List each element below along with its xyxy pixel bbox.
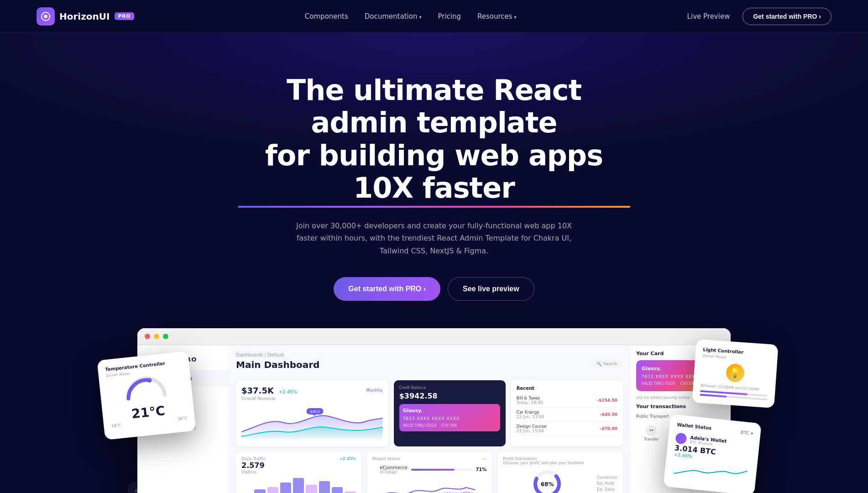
dashboard-bottom-row: Daily Traffic +2.45% 2.579 Visitors (236, 452, 623, 493)
transfer-action[interactable]: ↔ Transfer (644, 425, 659, 441)
dashboard-main: Dashboards / Default Main Dashboard 🔍 Se… (229, 345, 630, 493)
bulb-icon: 💡 (726, 363, 745, 383)
transfer-icon: ↔ (646, 425, 657, 436)
brand-name: HorizonUI (59, 11, 110, 22)
transaction-design: Design Course 21 Jun, 15:04 -$70.00 (517, 422, 617, 436)
get-started-hero-button[interactable]: Get started with PRO › (334, 277, 440, 301)
wallet-avatar (675, 432, 687, 444)
nav-right: Live Preview Get started with PRO › (687, 8, 831, 25)
nav-links: Components Documentation Pricing Resourc… (305, 12, 517, 21)
hero-headline-accent: for building web apps 10X faster (238, 139, 630, 205)
project-status-card: Project status ··· ⚙ eCommerce UI Design (367, 452, 492, 493)
transaction-car: Car Energy 23 Jun, 13:09 -$40.50 (517, 408, 617, 422)
profit-label: Profit Estimation (503, 456, 617, 461)
dashboard-topbar: Dashboards / Default Main Dashboard 🔍 Se… (236, 352, 623, 376)
preview-container: Temperature Controller Dinner Room 21°C … (137, 328, 731, 493)
your-transactions-title: Your transactions (636, 404, 725, 409)
btc-badge: BTC ▾ (740, 430, 753, 436)
maximize-dot (163, 334, 168, 339)
components-link[interactable]: Components (305, 12, 348, 21)
minimize-dot (154, 334, 159, 339)
est-profit-label: Est. Profit (597, 482, 617, 486)
dashboard-content: HORIZON PRO ⌂ Dashboards ◈ NFTs Pages ▤ … (137, 345, 731, 493)
get-started-nav-button[interactable]: Get started with PRO › (743, 8, 831, 25)
wallet-status-card: Wallet Status BTC ▾ Adela's Wallet BTC A… (663, 414, 762, 493)
svg-point-1 (44, 15, 47, 18)
card-info: VALID THRU 05/24 CVV 09X (403, 424, 497, 428)
traffic-bars (241, 478, 356, 493)
progress-fill (411, 469, 455, 471)
recent-label: Recent (517, 386, 617, 391)
hero-section: The ultimate React admin template for bu… (0, 33, 868, 328)
nav-item-resources[interactable]: Resources (477, 12, 517, 21)
daily-traffic-value: 2.579 (241, 461, 356, 470)
svg-text:68%: 68% (541, 481, 554, 488)
daily-traffic-change: +2.45% (340, 456, 356, 461)
resources-link[interactable]: Resources (477, 12, 517, 21)
chevron-down-icon (419, 12, 421, 21)
revenue-amount: $37.5K (241, 386, 274, 395)
wallet-title: Wallet Status (677, 422, 712, 430)
browser-bar (137, 328, 731, 345)
profit-donut: 68% (531, 468, 563, 493)
documentation-link[interactable]: Documentation (365, 12, 422, 21)
search-placeholder: Search (603, 362, 617, 366)
dashboard-breadcrumb-area: Dashboards / Default Main Dashboard (236, 352, 319, 376)
pricing-link[interactable]: Pricing (438, 12, 461, 21)
transaction-bill: Bill & Taxes Today, 16:36 -$154.50 (517, 393, 617, 408)
logo-icon (37, 7, 55, 26)
hero-headline: The ultimate React admin template for bu… (238, 74, 630, 204)
card-brand: Glassy. (403, 408, 497, 414)
profit-subtitle: Discover your profit, and plan your busi… (503, 461, 617, 465)
pro-badge: PRO (115, 12, 134, 20)
credit-card-label: Credit Balance (399, 386, 500, 390)
temperature-controller-card: Temperature Controller Dinner Room 21°C … (97, 351, 196, 440)
nav-item-components[interactable]: Components (305, 12, 348, 21)
credit-card-widget: Credit Balance $3942.58 Glassy. 7812 XXX… (394, 380, 506, 446)
dashboard-title: Main Dashboard (236, 359, 319, 370)
preview-section: Temperature Controller Dinner Room 21°C … (0, 328, 868, 493)
browser-window: HORIZON PRO ⌂ Dashboards ◈ NFTs Pages ▤ … (137, 328, 731, 493)
nav-item-documentation[interactable]: Documentation (365, 12, 422, 21)
credit-card-amount: $3942.58 (399, 392, 500, 400)
revenue-chart: $48.8 (241, 404, 383, 441)
chevron-down-icon (514, 12, 517, 21)
profit-estimation-card: Profit Estimation Discover your profit, … (497, 452, 623, 493)
logo: HorizonUI PRO (37, 7, 134, 26)
revenue-change: +2.45% (279, 389, 297, 394)
hero-subtext: Join over 30,000+ developers and create … (293, 220, 575, 257)
project-pct: 71% (476, 467, 486, 472)
hero-buttons: Get started with PRO › See live preview (9, 277, 859, 301)
project-item-ecommerce: ⚙ eCommerce UI Design 71% (372, 463, 487, 477)
daily-traffic-card: Daily Traffic +2.45% 2.579 Visitors (236, 452, 361, 493)
project-status-menu[interactable]: ··· (481, 456, 486, 463)
project-status-label: Project status (372, 456, 400, 463)
close-dot (145, 334, 150, 339)
see-live-preview-button[interactable]: See live preview (448, 277, 534, 301)
dashboard-cards-row: $37.5K +2.45% Monthly Overall Revenue (236, 380, 623, 446)
light-controller-card: Light Controller Dinner Room 💡 Between 1… (692, 339, 778, 408)
conversion-label: Conversion (597, 476, 617, 480)
revenue-label: Overall Revenue (241, 396, 383, 401)
nav-item-pricing[interactable]: Pricing (438, 12, 461, 21)
est-sales-label: Est. Sales (597, 488, 617, 492)
revenue-card: $37.5K +2.45% Monthly Overall Revenue (236, 380, 388, 446)
live-preview-link[interactable]: Live Preview (687, 12, 730, 21)
transactions-card: Recent Bill & Taxes Today, 16:36 -$154.5… (511, 380, 623, 446)
search-icon: 🔍 (596, 362, 601, 366)
dashboard-breadcrumb: Dashboards / Default (236, 352, 319, 357)
daily-traffic-unit: Visitors (241, 470, 356, 474)
navbar: HorizonUI PRO Components Documentation P… (0, 0, 868, 33)
daily-traffic-label: Daily Traffic (241, 456, 266, 461)
svg-text:$48.8: $48.8 (310, 409, 320, 414)
card-number: 7812 XXXX XXXX XXXX (403, 416, 497, 421)
glassy-card: Glassy. 7812 XXXX XXXX XXXX VALID THRU 0… (399, 404, 500, 431)
period-selector[interactable]: Monthly (366, 388, 383, 393)
search-box[interactable]: 🔍 Search (591, 360, 623, 368)
